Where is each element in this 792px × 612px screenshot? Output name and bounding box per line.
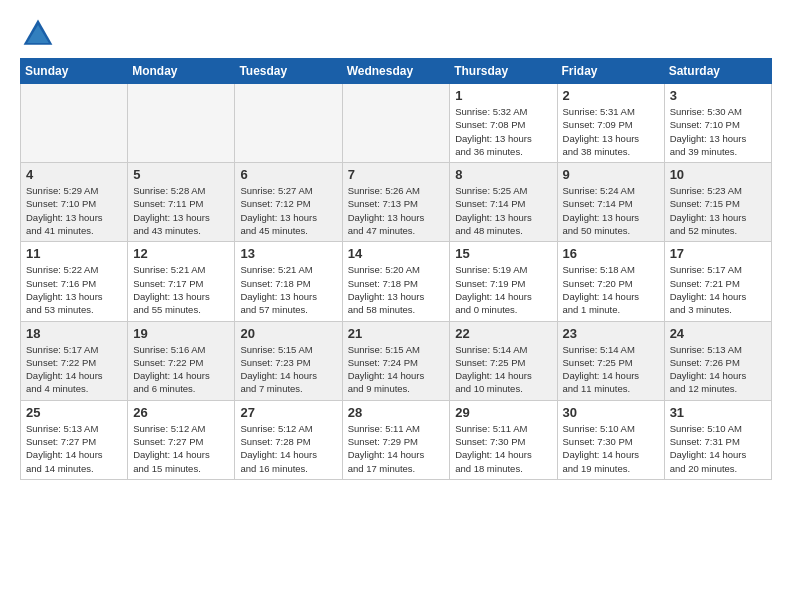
day-info: Sunrise: 5:11 AM Sunset: 7:30 PM Dayligh…	[455, 422, 551, 475]
day-info: Sunrise: 5:18 AM Sunset: 7:20 PM Dayligh…	[563, 263, 659, 316]
calendar-cell: 11Sunrise: 5:22 AM Sunset: 7:16 PM Dayli…	[21, 242, 128, 321]
calendar-cell: 29Sunrise: 5:11 AM Sunset: 7:30 PM Dayli…	[450, 400, 557, 479]
day-number: 11	[26, 246, 122, 261]
calendar-cell: 21Sunrise: 5:15 AM Sunset: 7:24 PM Dayli…	[342, 321, 450, 400]
day-number: 2	[563, 88, 659, 103]
day-info: Sunrise: 5:17 AM Sunset: 7:22 PM Dayligh…	[26, 343, 122, 396]
day-number: 18	[26, 326, 122, 341]
calendar: SundayMondayTuesdayWednesdayThursdayFrid…	[20, 58, 772, 480]
calendar-cell: 24Sunrise: 5:13 AM Sunset: 7:26 PM Dayli…	[664, 321, 771, 400]
calendar-cell: 15Sunrise: 5:19 AM Sunset: 7:19 PM Dayli…	[450, 242, 557, 321]
day-number: 23	[563, 326, 659, 341]
day-info: Sunrise: 5:22 AM Sunset: 7:16 PM Dayligh…	[26, 263, 122, 316]
day-info: Sunrise: 5:28 AM Sunset: 7:11 PM Dayligh…	[133, 184, 229, 237]
day-info: Sunrise: 5:15 AM Sunset: 7:23 PM Dayligh…	[240, 343, 336, 396]
calendar-cell: 19Sunrise: 5:16 AM Sunset: 7:22 PM Dayli…	[128, 321, 235, 400]
calendar-cell: 2Sunrise: 5:31 AM Sunset: 7:09 PM Daylig…	[557, 84, 664, 163]
calendar-cell: 22Sunrise: 5:14 AM Sunset: 7:25 PM Dayli…	[450, 321, 557, 400]
weekday-header: Tuesday	[235, 59, 342, 84]
day-number: 10	[670, 167, 766, 182]
day-number: 22	[455, 326, 551, 341]
day-info: Sunrise: 5:31 AM Sunset: 7:09 PM Dayligh…	[563, 105, 659, 158]
calendar-cell: 9Sunrise: 5:24 AM Sunset: 7:14 PM Daylig…	[557, 163, 664, 242]
day-number: 31	[670, 405, 766, 420]
day-info: Sunrise: 5:12 AM Sunset: 7:27 PM Dayligh…	[133, 422, 229, 475]
day-number: 30	[563, 405, 659, 420]
day-number: 16	[563, 246, 659, 261]
day-info: Sunrise: 5:29 AM Sunset: 7:10 PM Dayligh…	[26, 184, 122, 237]
day-number: 27	[240, 405, 336, 420]
day-number: 17	[670, 246, 766, 261]
day-number: 28	[348, 405, 445, 420]
day-info: Sunrise: 5:30 AM Sunset: 7:10 PM Dayligh…	[670, 105, 766, 158]
day-info: Sunrise: 5:24 AM Sunset: 7:14 PM Dayligh…	[563, 184, 659, 237]
calendar-cell: 31Sunrise: 5:10 AM Sunset: 7:31 PM Dayli…	[664, 400, 771, 479]
calendar-cell: 7Sunrise: 5:26 AM Sunset: 7:13 PM Daylig…	[342, 163, 450, 242]
calendar-cell: 13Sunrise: 5:21 AM Sunset: 7:18 PM Dayli…	[235, 242, 342, 321]
day-info: Sunrise: 5:23 AM Sunset: 7:15 PM Dayligh…	[670, 184, 766, 237]
calendar-cell	[21, 84, 128, 163]
day-number: 12	[133, 246, 229, 261]
day-number: 8	[455, 167, 551, 182]
day-info: Sunrise: 5:16 AM Sunset: 7:22 PM Dayligh…	[133, 343, 229, 396]
day-number: 25	[26, 405, 122, 420]
day-info: Sunrise: 5:13 AM Sunset: 7:27 PM Dayligh…	[26, 422, 122, 475]
calendar-cell: 10Sunrise: 5:23 AM Sunset: 7:15 PM Dayli…	[664, 163, 771, 242]
day-info: Sunrise: 5:14 AM Sunset: 7:25 PM Dayligh…	[563, 343, 659, 396]
day-info: Sunrise: 5:20 AM Sunset: 7:18 PM Dayligh…	[348, 263, 445, 316]
day-info: Sunrise: 5:32 AM Sunset: 7:08 PM Dayligh…	[455, 105, 551, 158]
day-info: Sunrise: 5:26 AM Sunset: 7:13 PM Dayligh…	[348, 184, 445, 237]
calendar-week-row: 1Sunrise: 5:32 AM Sunset: 7:08 PM Daylig…	[21, 84, 772, 163]
calendar-cell: 5Sunrise: 5:28 AM Sunset: 7:11 PM Daylig…	[128, 163, 235, 242]
calendar-week-row: 18Sunrise: 5:17 AM Sunset: 7:22 PM Dayli…	[21, 321, 772, 400]
day-number: 6	[240, 167, 336, 182]
calendar-header-row: SundayMondayTuesdayWednesdayThursdayFrid…	[21, 59, 772, 84]
day-number: 4	[26, 167, 122, 182]
weekday-header: Sunday	[21, 59, 128, 84]
calendar-week-row: 25Sunrise: 5:13 AM Sunset: 7:27 PM Dayli…	[21, 400, 772, 479]
calendar-cell: 18Sunrise: 5:17 AM Sunset: 7:22 PM Dayli…	[21, 321, 128, 400]
calendar-cell: 16Sunrise: 5:18 AM Sunset: 7:20 PM Dayli…	[557, 242, 664, 321]
day-info: Sunrise: 5:25 AM Sunset: 7:14 PM Dayligh…	[455, 184, 551, 237]
day-number: 20	[240, 326, 336, 341]
calendar-cell: 3Sunrise: 5:30 AM Sunset: 7:10 PM Daylig…	[664, 84, 771, 163]
logo	[20, 16, 62, 52]
calendar-cell: 8Sunrise: 5:25 AM Sunset: 7:14 PM Daylig…	[450, 163, 557, 242]
calendar-cell: 6Sunrise: 5:27 AM Sunset: 7:12 PM Daylig…	[235, 163, 342, 242]
day-info: Sunrise: 5:11 AM Sunset: 7:29 PM Dayligh…	[348, 422, 445, 475]
calendar-cell: 12Sunrise: 5:21 AM Sunset: 7:17 PM Dayli…	[128, 242, 235, 321]
weekday-header: Monday	[128, 59, 235, 84]
day-number: 14	[348, 246, 445, 261]
weekday-header: Friday	[557, 59, 664, 84]
calendar-cell: 14Sunrise: 5:20 AM Sunset: 7:18 PM Dayli…	[342, 242, 450, 321]
day-info: Sunrise: 5:19 AM Sunset: 7:19 PM Dayligh…	[455, 263, 551, 316]
day-info: Sunrise: 5:21 AM Sunset: 7:18 PM Dayligh…	[240, 263, 336, 316]
weekday-header: Saturday	[664, 59, 771, 84]
calendar-week-row: 11Sunrise: 5:22 AM Sunset: 7:16 PM Dayli…	[21, 242, 772, 321]
calendar-week-row: 4Sunrise: 5:29 AM Sunset: 7:10 PM Daylig…	[21, 163, 772, 242]
calendar-cell: 27Sunrise: 5:12 AM Sunset: 7:28 PM Dayli…	[235, 400, 342, 479]
day-number: 21	[348, 326, 445, 341]
day-number: 19	[133, 326, 229, 341]
calendar-cell: 25Sunrise: 5:13 AM Sunset: 7:27 PM Dayli…	[21, 400, 128, 479]
calendar-cell: 28Sunrise: 5:11 AM Sunset: 7:29 PM Dayli…	[342, 400, 450, 479]
weekday-header: Wednesday	[342, 59, 450, 84]
calendar-cell: 4Sunrise: 5:29 AM Sunset: 7:10 PM Daylig…	[21, 163, 128, 242]
page-header	[20, 16, 772, 52]
day-info: Sunrise: 5:12 AM Sunset: 7:28 PM Dayligh…	[240, 422, 336, 475]
day-info: Sunrise: 5:10 AM Sunset: 7:30 PM Dayligh…	[563, 422, 659, 475]
calendar-cell	[342, 84, 450, 163]
day-number: 26	[133, 405, 229, 420]
day-number: 3	[670, 88, 766, 103]
day-number: 9	[563, 167, 659, 182]
calendar-cell: 26Sunrise: 5:12 AM Sunset: 7:27 PM Dayli…	[128, 400, 235, 479]
day-number: 5	[133, 167, 229, 182]
day-number: 7	[348, 167, 445, 182]
calendar-cell: 1Sunrise: 5:32 AM Sunset: 7:08 PM Daylig…	[450, 84, 557, 163]
day-info: Sunrise: 5:10 AM Sunset: 7:31 PM Dayligh…	[670, 422, 766, 475]
day-info: Sunrise: 5:14 AM Sunset: 7:25 PM Dayligh…	[455, 343, 551, 396]
day-info: Sunrise: 5:27 AM Sunset: 7:12 PM Dayligh…	[240, 184, 336, 237]
calendar-cell: 30Sunrise: 5:10 AM Sunset: 7:30 PM Dayli…	[557, 400, 664, 479]
day-info: Sunrise: 5:17 AM Sunset: 7:21 PM Dayligh…	[670, 263, 766, 316]
weekday-header: Thursday	[450, 59, 557, 84]
